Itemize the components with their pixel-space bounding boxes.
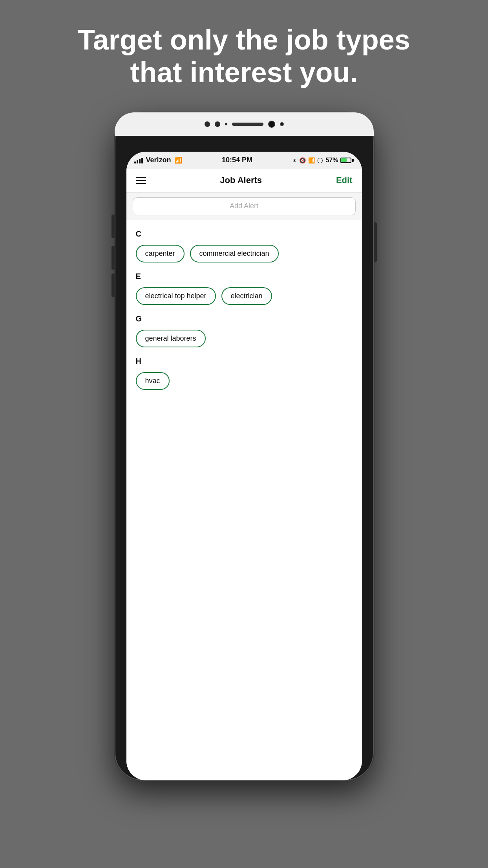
section-letter-g: G — [136, 314, 353, 323]
hamburger-line-2 — [136, 180, 146, 181]
status-bar: Verizon 📶 10:54 PM ∗ 🔇 📶 ◯ 57% — [126, 152, 362, 169]
add-alert-input[interactable]: Add Alert — [133, 197, 356, 215]
add-alert-placeholder: Add Alert — [230, 202, 258, 210]
tag-commercial-electrician[interactable]: commercial electrician — [190, 245, 279, 262]
page-headline: Target only the job types that interest … — [0, 24, 488, 89]
status-time: 10:54 PM — [222, 156, 252, 164]
tag-carpenter[interactable]: carpenter — [136, 245, 185, 262]
sensor-dot — [205, 121, 210, 127]
section-e: E electrical top helper electrician — [136, 272, 353, 305]
hamburger-line-1 — [136, 177, 146, 178]
nav-title: Job Alerts — [220, 175, 262, 185]
signal-bar-2 — [137, 160, 138, 163]
section-letter-e: E — [136, 272, 353, 281]
tag-electrician[interactable]: electrician — [221, 287, 272, 305]
nav-bar: Job Alerts Edit — [126, 169, 362, 193]
carrier-name: Verizon — [146, 156, 171, 164]
signal-bar-4 — [141, 158, 143, 163]
mute-icon: 🔇 — [299, 157, 306, 163]
section-letter-h: H — [136, 357, 353, 366]
signal-bars — [134, 157, 143, 163]
location-icon: ◯ — [317, 157, 323, 163]
tags-row-c: carpenter commercial electrician — [136, 245, 353, 262]
sensor-dot-2 — [215, 121, 220, 127]
battery-fill — [341, 158, 347, 162]
signal-icon-2: 📶 — [308, 157, 315, 163]
tag-general-laborers[interactable]: general laborers — [136, 330, 206, 347]
speaker-bar — [232, 123, 263, 126]
search-bar-container: Add Alert — [126, 193, 362, 220]
phone-screen: Verizon 📶 10:54 PM ∗ 🔇 📶 ◯ 57% — [126, 152, 362, 780]
battery-percent-text: 57% — [325, 157, 338, 164]
section-c: C carpenter commercial electrician — [136, 229, 353, 262]
edit-button[interactable]: Edit — [336, 175, 353, 185]
status-right: ∗ 🔇 📶 ◯ 57% — [292, 157, 354, 164]
section-letter-c: C — [136, 229, 353, 239]
signal-bar-1 — [134, 161, 136, 163]
section-h: H hvac — [136, 357, 353, 390]
hamburger-menu-button[interactable] — [136, 177, 146, 184]
tag-hvac[interactable]: hvac — [136, 372, 170, 390]
wifi-icon: 📶 — [174, 156, 182, 164]
camera-notch — [205, 121, 284, 128]
section-g: G general laborers — [136, 314, 353, 347]
phone-top-bar — [115, 112, 374, 136]
tags-row-e: electrical top helper electrician — [136, 287, 353, 305]
battery-icon — [340, 158, 354, 163]
phone-mockup: Verizon 📶 10:54 PM ∗ 🔇 📶 ◯ 57% — [115, 112, 374, 780]
signal-bar-3 — [139, 159, 141, 163]
content-area: C carpenter commercial electrician E ele… — [126, 220, 362, 780]
front-camera — [268, 121, 275, 128]
sensor-dot-3 — [225, 123, 227, 125]
bluetooth-icon: ∗ — [292, 157, 297, 163]
status-left: Verizon 📶 — [134, 156, 182, 164]
battery-body — [340, 158, 351, 163]
tags-row-g: general laborers — [136, 330, 353, 347]
tag-electrical-top-helper[interactable]: electrical top helper — [136, 287, 216, 305]
sensor-dot-4 — [280, 122, 284, 126]
hamburger-line-3 — [136, 183, 146, 184]
battery-tip — [352, 159, 354, 162]
tags-row-h: hvac — [136, 372, 353, 390]
